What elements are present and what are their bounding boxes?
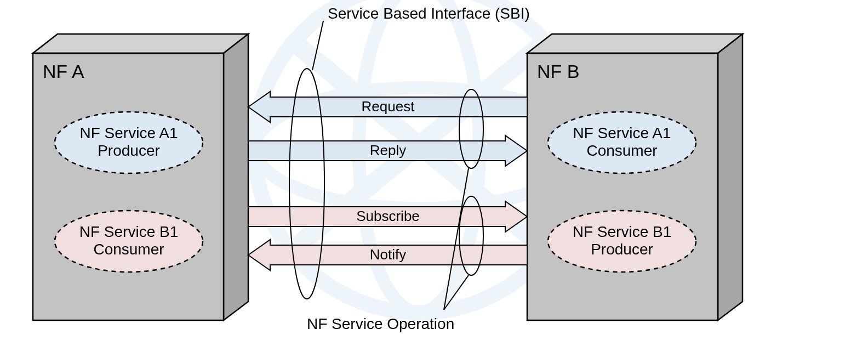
nf-service-a1-producer: NF Service A1 Producer	[55, 112, 203, 173]
svg-marker-6	[224, 34, 248, 320]
nf-service-b1-consumer: NF Service B1 Consumer	[55, 211, 203, 272]
svg-rect-12	[527, 53, 718, 320]
nf-service-b1-producer: NF Service B1 Producer	[548, 211, 696, 272]
arrow-request-label: Request	[362, 98, 415, 115]
sbi-diagram: NF A NF Service A1 Producer NF Service B…	[0, 0, 868, 340]
service-a1-consumer-line2: Consumer	[586, 142, 657, 159]
svg-marker-11	[718, 34, 743, 320]
arrow-notify-label: Notify	[370, 246, 406, 263]
service-a1-consumer-line1: NF Service A1	[573, 124, 671, 141]
svg-rect-7	[33, 53, 224, 320]
nf-b-box: NF B NF Service A1 Consumer NF Service B…	[527, 34, 743, 320]
service-b1-producer-line2: Producer	[591, 241, 653, 258]
svg-marker-10	[527, 34, 743, 53]
nf-b-title: NF B	[537, 61, 579, 82]
nf-a-title: NF A	[43, 61, 84, 82]
nf-a-box: NF A NF Service A1 Producer NF Service B…	[33, 34, 248, 320]
service-b1-consumer-line2: Consumer	[93, 241, 164, 258]
arrow-subscribe-label: Subscribe	[356, 208, 420, 224]
arrow-reply-label: Reply	[370, 142, 406, 158]
service-a1-producer-line1: NF Service A1	[80, 124, 178, 141]
svg-marker-5	[33, 34, 248, 53]
service-b1-consumer-line1: NF Service B1	[79, 223, 179, 240]
service-a1-producer-line2: Producer	[98, 142, 160, 159]
nf-service-operation-label: NF Service Operation	[307, 315, 454, 332]
service-b1-producer-line1: NF Service B1	[573, 223, 672, 240]
nf-service-a1-consumer: NF Service A1 Consumer	[548, 112, 696, 173]
sbi-label: Service Based Interface (SBI)	[328, 5, 530, 22]
